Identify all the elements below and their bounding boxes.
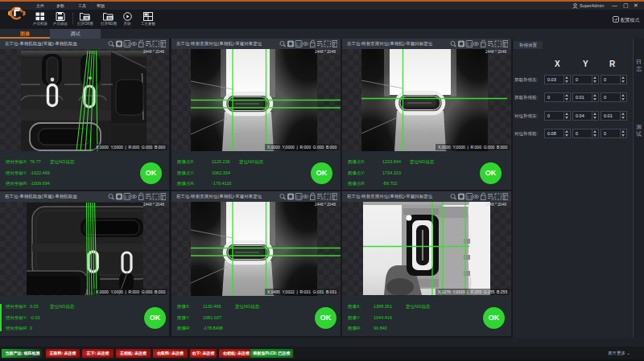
- svg-text:1:1: 1:1: [125, 195, 130, 199]
- svg-text:NG: NG: [108, 17, 112, 20]
- svg-text:OK: OK: [85, 17, 89, 20]
- svg-text:A: A: [492, 197, 494, 201]
- svg-text:1:1: 1:1: [296, 195, 302, 199]
- svg-text:A: A: [321, 197, 324, 201]
- svg-text:1:1: 1:1: [467, 42, 473, 47]
- svg-text:A: A: [492, 44, 494, 48]
- svg-text:A: A: [150, 197, 152, 201]
- svg-text:1:1: 1:1: [296, 42, 302, 47]
- svg-text:A: A: [150, 44, 152, 48]
- svg-text:A: A: [321, 44, 324, 48]
- svg-text:1:1: 1:1: [467, 195, 473, 199]
- svg-text:1:1: 1:1: [125, 42, 130, 47]
